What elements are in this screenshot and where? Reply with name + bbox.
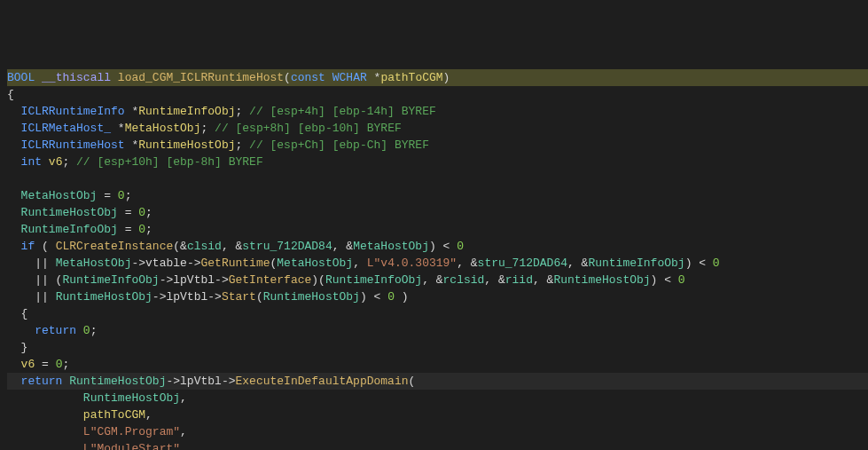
sym: || bbox=[35, 290, 55, 304]
tok: const bbox=[291, 71, 325, 84]
current-line: return RuntimeHostObj->lpVtbl->ExecuteIn… bbox=[7, 373, 868, 390]
sym: ( bbox=[409, 375, 416, 388]
sym: { bbox=[7, 88, 14, 101]
tok: MetaHostObj bbox=[56, 257, 132, 270]
param-name: pathToCGM bbox=[380, 71, 442, 84]
sym: , & bbox=[533, 273, 553, 287]
tok: RuntimeHostObj bbox=[553, 273, 650, 287]
sym: = bbox=[104, 189, 118, 202]
sym: ( bbox=[284, 71, 291, 84]
sym: )( bbox=[311, 273, 325, 287]
sym: -> bbox=[152, 290, 167, 304]
sym: = bbox=[42, 358, 56, 371]
tok: RuntimeInfoObj bbox=[588, 257, 684, 270]
tok: RuntimeHostObj bbox=[69, 375, 166, 388]
tok: int bbox=[21, 155, 42, 169]
tok: // [esp+8h] [ebp-10h] BYREF bbox=[215, 122, 402, 135]
sym: , & bbox=[222, 240, 242, 253]
tok: L"CGM.Program" bbox=[83, 425, 180, 438]
sym: (& bbox=[173, 240, 187, 253]
sym: -> bbox=[222, 375, 236, 388]
sym: , & bbox=[567, 257, 588, 270]
tok: BOOL bbox=[7, 71, 35, 84]
tok: WCHAR bbox=[332, 71, 367, 84]
tok: 0 bbox=[713, 257, 720, 270]
tok: Start bbox=[222, 290, 256, 304]
sym: ; bbox=[62, 358, 69, 371]
tok: MetaHostObj bbox=[277, 257, 353, 270]
sym: ; bbox=[235, 105, 249, 118]
tok: CLRCreateInstance bbox=[56, 240, 174, 253]
sym: -> bbox=[160, 273, 174, 287]
tok: // [esp+10h] [ebp-8h] BYREF bbox=[76, 155, 263, 169]
sym: ( bbox=[42, 240, 56, 253]
tok: // [esp+Ch] [ebp-Ch] BYREF bbox=[249, 138, 429, 152]
tok: 0 bbox=[387, 290, 395, 304]
sym: ) < bbox=[685, 257, 713, 270]
code-view: BOOL __thiscall load_CGM_ICLRRuntimeHost… bbox=[7, 69, 868, 450]
tok: RuntimeHostObj bbox=[263, 290, 360, 304]
tok: 0 bbox=[83, 324, 90, 337]
sym: = bbox=[125, 206, 139, 219]
sym: ; bbox=[145, 206, 152, 219]
sym: ; bbox=[200, 122, 215, 135]
tok: MetaHostObj bbox=[125, 122, 201, 135]
tok: GetRuntime bbox=[200, 257, 270, 270]
sym: , bbox=[180, 425, 187, 438]
sym: || bbox=[35, 257, 55, 270]
tok: 0 bbox=[457, 240, 464, 253]
tok: RuntimeInfoObj bbox=[21, 223, 118, 236]
sym: , bbox=[180, 442, 187, 450]
sym: ; bbox=[90, 324, 98, 337]
sym: ; bbox=[125, 189, 132, 202]
tok: RuntimeInfoObj bbox=[325, 273, 422, 287]
tok: ICLRMetaHost_ bbox=[21, 122, 111, 135]
tok: L"v4.0.30319" bbox=[367, 257, 457, 270]
sym: ) < bbox=[429, 240, 457, 253]
tok: RuntimeInfoObj bbox=[62, 273, 159, 287]
tok: if bbox=[21, 240, 35, 253]
tok: MetaHostObj bbox=[21, 189, 98, 202]
sym: , & bbox=[457, 257, 477, 270]
tok: 0 bbox=[118, 189, 125, 202]
sym: ) bbox=[443, 71, 450, 84]
tok: ExecuteInDefaultAppDomain bbox=[235, 375, 408, 388]
tok: 0 bbox=[138, 206, 145, 219]
sym: -> bbox=[207, 290, 222, 304]
tok: GetInterface bbox=[229, 273, 312, 287]
tok: pathToCGM bbox=[83, 408, 145, 422]
tok: stru_712DAD84 bbox=[242, 240, 332, 253]
sym: -> bbox=[131, 257, 145, 270]
tok: RuntimeHostObj bbox=[21, 206, 118, 219]
tok: ICLRRuntimeHost bbox=[21, 138, 125, 152]
tok: return bbox=[21, 375, 63, 388]
sym: , bbox=[180, 391, 187, 405]
tok: rclsid bbox=[443, 273, 485, 287]
tok: __thiscall bbox=[42, 71, 111, 84]
sym: , bbox=[353, 257, 367, 270]
tok: lpVtbl bbox=[180, 375, 222, 388]
sym: ( bbox=[256, 290, 263, 304]
tok: stru_712DAD64 bbox=[478, 257, 567, 270]
func-signature: BOOL __thiscall load_CGM_ICLRRuntimeHost… bbox=[7, 69, 868, 86]
tok: RuntimeInfoObj bbox=[138, 105, 235, 118]
tok: lpVtbl bbox=[166, 290, 207, 304]
tok: MetaHostObj bbox=[353, 240, 429, 253]
tok: RuntimeHostObj bbox=[83, 391, 180, 405]
sym: ; bbox=[62, 155, 76, 169]
tok: ICLRRuntimeInfo bbox=[21, 105, 125, 118]
sym: , & bbox=[332, 240, 353, 253]
sym: * bbox=[118, 122, 125, 135]
tok: return bbox=[35, 324, 76, 337]
sym: -> bbox=[187, 257, 201, 270]
tok: clsid bbox=[187, 240, 222, 253]
sym: -> bbox=[215, 273, 229, 287]
sym: , & bbox=[484, 273, 504, 287]
sym: ) < bbox=[651, 273, 678, 287]
func-name: load_CGM_ICLRRuntimeHost bbox=[118, 71, 284, 84]
tok: vtable bbox=[145, 257, 187, 270]
tok: lpVtbl bbox=[173, 273, 215, 287]
sym: , bbox=[145, 408, 152, 422]
sym: || ( bbox=[35, 273, 62, 287]
tok: // [esp+4h] [ebp-14h] BYREF bbox=[249, 105, 436, 118]
